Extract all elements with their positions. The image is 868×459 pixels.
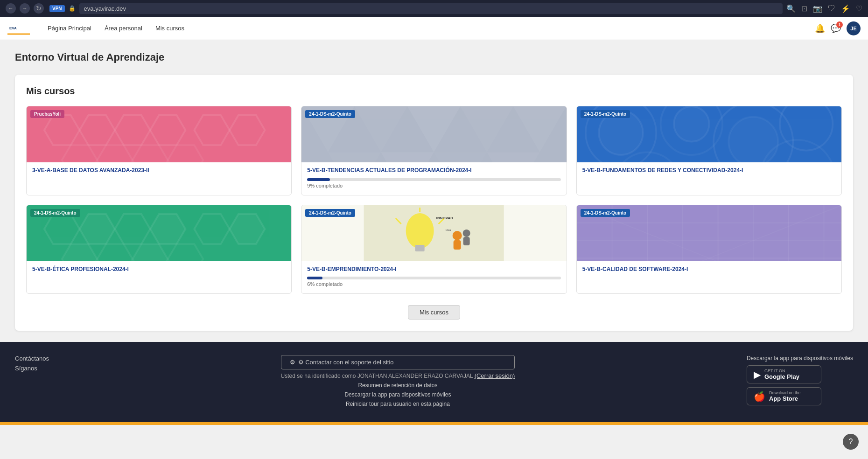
- hex-pattern-1: [27, 106, 291, 162]
- svg-point-54: [453, 231, 462, 240]
- svg-rect-50: [415, 245, 425, 251]
- google-play-text: GET IT ON Google Play: [764, 369, 799, 380]
- svg-marker-8: [97, 145, 133, 162]
- tools-icon[interactable]: ⚡: [841, 4, 850, 13]
- svg-marker-14: [194, 115, 230, 145]
- course-name-4: 5-VE-B-ÉTICA PROFESIONAL-2024-I: [32, 266, 286, 273]
- svg-marker-42: [168, 244, 203, 261]
- footer-right: Descargar la app para dispositivos móvil…: [747, 355, 853, 409]
- course-card-2[interactable]: 24-1-DS-m2-Quinto 5-VE-B-TENDENCI: [301, 106, 567, 195]
- google-play-button[interactable]: ▶ GET IT ON Google Play: [747, 365, 821, 383]
- svg-text:Idea: Idea: [446, 229, 451, 231]
- course-card-1[interactable]: PruebasYoli: [26, 106, 292, 195]
- course-tag-3: 24-1-DS-m2-Quinto: [581, 110, 630, 118]
- search-browser-icon[interactable]: 🔍: [786, 4, 796, 13]
- course-name-1: 3-VE-A-BASE DE DATOS AVANZADA-2023-II: [32, 167, 286, 174]
- bell-icon[interactable]: 🔔: [815, 23, 825, 34]
- course-image-3: 24-1-DS-m2-Quinto: [577, 106, 841, 162]
- course-info-2: 5-VE-B-TENDENCIAS ACTUALES DE PROGRAMACI…: [301, 162, 566, 195]
- camera-icon[interactable]: 📷: [813, 4, 822, 13]
- progress-text-2: 9% completado: [307, 183, 560, 188]
- svg-marker-24: [487, 152, 539, 162]
- footer-inner: Contáctanos Síganos ⚙ ⚙ Contactar con el…: [15, 355, 853, 409]
- nav-home[interactable]: Página Principal: [41, 17, 98, 40]
- lock-icon: 🔒: [69, 5, 76, 12]
- course-info-6: 5-VE-B-CALIDAD DE SOFTWARE-2024-I: [577, 261, 841, 284]
- svg-rect-48: [364, 205, 504, 261]
- course-card-6[interactable]: 24-1-DS-m2-Quinto: [576, 205, 842, 294]
- main-nav: Página Principal Área personal Mis curso…: [41, 17, 815, 40]
- app-store-name: App Store: [769, 395, 801, 402]
- footer-left: Contáctanos Síganos: [15, 355, 49, 372]
- course-tag-6: 24-1-DS-m2-Quinto: [581, 209, 630, 217]
- course-name-5: 5-VE-B-EMPRENDIMIENTO-2024-I: [307, 266, 560, 273]
- mis-cursos-button[interactable]: Mis cursos: [408, 305, 460, 320]
- avatar[interactable]: JE: [847, 21, 861, 35]
- course-card-4[interactable]: 24-1-DS-m2-Quinto: [26, 205, 292, 294]
- apple-icon: 🍎: [754, 391, 765, 402]
- svg-marker-41: [133, 244, 168, 261]
- mis-cursos-btn-wrap: Mis cursos: [26, 305, 842, 320]
- heart-icon[interactable]: ♡: [856, 4, 862, 13]
- site-logo[interactable]: EVA: [7, 20, 30, 37]
- svg-text:INNOVAR: INNOVAR: [436, 216, 454, 220]
- course-info-1: 3-VE-A-BASE DE DATOS AVANZADA-2023-II: [27, 162, 291, 185]
- retention-link[interactable]: Resumen de retención de datos: [281, 382, 515, 389]
- gear-icon: ⚙: [290, 359, 295, 366]
- course-card-5[interactable]: 24-1-DS-m2-Quinto: [301, 205, 567, 294]
- svg-marker-5: [115, 115, 150, 145]
- svg-marker-22: [381, 152, 434, 162]
- svg-marker-10: [168, 145, 203, 162]
- svg-marker-7: [62, 145, 98, 162]
- svg-point-28: [674, 106, 709, 142]
- screenshot-icon[interactable]: ⊡: [801, 4, 807, 13]
- reiniciar-link[interactable]: Reiniciar tour para usuario en esta pági…: [281, 401, 515, 407]
- svg-marker-17: [355, 106, 407, 152]
- user-info-text: Usted se ha identificado como JONATHAN A…: [281, 372, 515, 379]
- course-image-5: 24-1-DS-m2-Quinto: [301, 205, 566, 261]
- support-button[interactable]: ⚙ ⚙ Contactar con el soporte del sitio: [281, 355, 515, 369]
- logout-link[interactable]: (Cerrar sesión): [475, 372, 515, 379]
- contact-link[interactable]: Contáctanos: [15, 355, 49, 362]
- svg-rect-55: [454, 240, 461, 250]
- svg-marker-18: [407, 106, 460, 152]
- forward-button[interactable]: →: [20, 3, 30, 14]
- course-name-6: 5-VE-B-CALIDAD DE SOFTWARE-2024-I: [582, 266, 836, 273]
- back-button[interactable]: ←: [6, 3, 16, 14]
- svg-point-49: [406, 213, 434, 249]
- svg-marker-35: [44, 214, 80, 244]
- page-title: Entorno Virtual de Aprendizaje: [15, 51, 853, 63]
- course-image-4: 24-1-DS-m2-Quinto: [27, 205, 291, 261]
- svg-marker-37: [115, 214, 150, 244]
- browser-bar: ← → ↻ VPN 🔒 🔍 ⊡ 📷 🛡 ⚡ ♡: [0, 0, 868, 17]
- url-bar[interactable]: [79, 3, 783, 14]
- svg-marker-46: [194, 214, 230, 244]
- svg-marker-4: [79, 115, 115, 145]
- course-info-4: 5-VE-B-ÉTICA PROFESIONAL-2024-I: [27, 261, 291, 284]
- reload-button[interactable]: ↻: [34, 3, 44, 14]
- course-image-1: PruebasYoli: [27, 106, 291, 162]
- nav-personal[interactable]: Área personal: [98, 17, 149, 40]
- google-play-icon: ▶: [754, 369, 761, 380]
- vpn-badge: VPN: [49, 5, 65, 12]
- course-tag-4: 24-1-DS-m2-Quinto: [30, 209, 80, 217]
- notification-badge[interactable]: 💬 1: [831, 23, 841, 34]
- svg-marker-47: [230, 214, 265, 244]
- course-card-3[interactable]: 24-1-DS-m2-Quinto 5-: [576, 106, 842, 195]
- app-store-sub: Download on the: [769, 390, 801, 395]
- nav-courses[interactable]: Mis cursos: [149, 17, 191, 40]
- shield-icon[interactable]: 🛡: [828, 4, 835, 13]
- follow-link[interactable]: Síganos: [15, 365, 49, 372]
- svg-marker-9: [133, 145, 168, 162]
- page-header: EVA Página Principal Área personal Mis c…: [0, 17, 868, 40]
- progress-bar-fill-5: [307, 277, 322, 279]
- app-store-button[interactable]: 🍎 Download on the App Store: [747, 387, 821, 405]
- course-name-2: 5-VE-B-TENDENCIAS ACTUALES DE PROGRAMACI…: [307, 167, 560, 174]
- progress-bar-fill-2: [307, 178, 330, 181]
- header-right: 🔔 💬 1 JE: [815, 21, 861, 35]
- download-app-link[interactable]: Descargar la app para dispositivos móvil…: [281, 391, 515, 398]
- user-name-text: Usted se ha identificado como JONATHAN A…: [281, 373, 473, 379]
- main-content: Entorno Virtual de Aprendizaje Mis curso…: [0, 40, 868, 342]
- svg-marker-15: [230, 115, 265, 145]
- svg-marker-6: [150, 115, 186, 145]
